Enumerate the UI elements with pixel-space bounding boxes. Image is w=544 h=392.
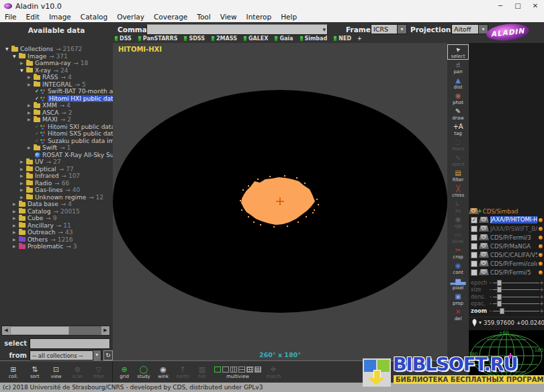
scrollbar-track[interactable] xyxy=(10,326,101,335)
menu-image[interactable]: Image xyxy=(44,12,76,22)
cont-tool-button[interactable]: ◉cont xyxy=(447,260,469,276)
expand-arrow-icon[interactable]: ▶ xyxy=(28,116,34,124)
command-input[interactable] xyxy=(147,25,321,34)
menu-tool[interactable]: Tool xyxy=(192,12,215,22)
prop-tool-button[interactable]: ▣prop xyxy=(447,291,469,307)
expand-arrow-icon[interactable]: ▶ xyxy=(20,158,26,166)
tree-item-uv[interactable]: ▶UV→ 27 xyxy=(0,158,113,166)
select-tool-button[interactable]: ➤select xyxy=(447,44,469,60)
expand-arrow-icon[interactable]: ▶ xyxy=(20,173,26,180)
expand-arrow-icon[interactable]: ▶ xyxy=(13,243,19,250)
tree-item-suzaku-public-data-image[interactable]: ✓Suzaku public data image xyxy=(0,138,113,145)
collapse-arrow-icon[interactable]: ▼ xyxy=(5,46,11,53)
multiview-layout-5-icon[interactable] xyxy=(246,366,253,373)
stack-layer-cds-p-fermi-3[interactable]: CDS/P/Fermi/3 xyxy=(469,233,544,242)
cross-tool-button[interactable]: ╳cross xyxy=(447,183,469,199)
tree-item-gas-lines[interactable]: ▶Gas-lines→ 40 xyxy=(0,187,113,194)
menu-catalog[interactable]: Catalog xyxy=(76,12,112,22)
wink-button[interactable]: ◉wink xyxy=(156,365,171,379)
layer-checkbox[interactable] xyxy=(471,226,478,232)
stack-layer-cds-c-califa-v500[interactable]: CDS/C/CALIFA/V500 xyxy=(469,250,544,259)
menu-coverage[interactable]: Coverage xyxy=(149,12,192,22)
slider-minus-icon[interactable]: - xyxy=(488,280,493,286)
survey-button-sdss[interactable]: SDSS xyxy=(183,36,205,42)
stack-layer-cds-p-manga[interactable]: CDS/P/MaNGA xyxy=(469,242,544,250)
multiview-layout-1-icon[interactable] xyxy=(214,366,221,373)
survey-button-ned[interactable]: NED xyxy=(333,36,351,42)
tree-item-image[interactable]: ▼Image→ 371 xyxy=(0,53,113,60)
tree-item-catalog[interactable]: ▶Catalog→ 20015 xyxy=(0,208,113,215)
stack-layer-jaxa-p-hitomi-hxi[interactable]: ✓JAXA/P/HITOMI-HXI xyxy=(469,215,544,224)
grid-button[interactable]: ⊕grid xyxy=(117,365,132,379)
slider-thumb[interactable] xyxy=(500,308,504,314)
tree-horizontal-scrollbar[interactable]: ◀ ▶ xyxy=(1,326,110,336)
mocs-tool-button[interactable]: ◌mocs xyxy=(447,137,469,152)
expand-arrow-icon[interactable]: ▶ xyxy=(28,74,34,81)
tree-item-gamma-ray[interactable]: ▶Gamma-ray→ 18 xyxy=(0,60,113,67)
survey-button-gaia[interactable]: Gaia xyxy=(274,36,293,42)
slider-thumb[interactable] xyxy=(497,301,502,307)
filter-tool-button[interactable]: ▤filter xyxy=(447,168,469,183)
tree-item-swift[interactable]: ▶Swift→ 1 xyxy=(0,144,113,152)
study-button[interactable]: ◯study xyxy=(136,365,151,379)
expand-arrow-icon[interactable]: ▶ xyxy=(13,236,19,244)
expand-arrow-icon[interactable]: ▶ xyxy=(13,215,19,222)
layer-checkbox[interactable] xyxy=(471,260,478,267)
layer-checkbox[interactable] xyxy=(471,252,478,258)
from-collections-select[interactable]: -- all collections -- xyxy=(30,350,93,360)
tree-item-hitomi-sxs-public-data-image[interactable]: ✓Hitomi SXS public data image xyxy=(0,130,113,138)
tree-item-integral[interactable]: ▶INTEGRAL→ 5 xyxy=(0,81,113,89)
slider-track[interactable] xyxy=(493,303,539,304)
menu-edit[interactable]: Edit xyxy=(21,12,44,22)
hitomi-coverage-blob[interactable] xyxy=(240,175,320,228)
survey-button-simbad[interactable]: Simbad xyxy=(300,36,328,42)
expand-arrow-icon[interactable]: ▶ xyxy=(13,229,19,236)
tree-item-asca[interactable]: ▶ASCA→ 2 xyxy=(0,109,113,117)
tree-item-problematic[interactable]: ▶Problematic→ 3 xyxy=(0,243,113,250)
expand-arrow-icon[interactable]: ▶ xyxy=(13,208,19,215)
slider-plus-icon[interactable]: + xyxy=(539,280,544,286)
tree-item-rosat-x-ray-all-sky-survey[interactable]: ROSAT X-Ray All-Sky Survey xyxy=(0,152,113,159)
maximize-button[interactable]: □ xyxy=(509,0,527,12)
layer-checkbox[interactable] xyxy=(471,243,478,250)
collapse-arrow-icon[interactable]: ▼ xyxy=(20,67,26,75)
refresh-icon[interactable]: ↻ xyxy=(103,350,113,360)
sky-view[interactable]: HITOMI-HXI 260° x 180° xyxy=(113,43,447,360)
view-button[interactable]: ⊡view xyxy=(48,365,63,379)
tree-item-cube[interactable]: ▶Cube→ 9 xyxy=(0,215,113,222)
expand-arrow-icon[interactable]: ▶ xyxy=(13,222,19,230)
slider-plus-icon[interactable]: + xyxy=(539,294,544,300)
expand-arrow-icon[interactable]: ▶ xyxy=(28,144,34,152)
slider-minus-icon[interactable]: - xyxy=(488,287,493,293)
tree-item-xmm[interactable]: ▶XMM→ 4 xyxy=(0,102,113,109)
survey-button-galex[interactable]: GALEX xyxy=(243,36,269,42)
slider-thumb[interactable] xyxy=(497,294,502,300)
expand-arrow-icon[interactable]: ▶ xyxy=(28,102,34,109)
multiview-button[interactable]: multiview xyxy=(214,365,261,379)
crop-tool-button[interactable]: ✂crop xyxy=(447,245,469,260)
slider-plus-icon[interactable]: + xyxy=(539,308,544,314)
command-dropdown-icon[interactable]: ▾ xyxy=(321,26,327,33)
slider-track[interactable] xyxy=(493,283,539,283)
layer-checkbox[interactable] xyxy=(471,234,478,241)
match-button[interactable]: ✛match xyxy=(266,365,281,379)
multiview-layout-3-icon[interactable] xyxy=(230,366,237,373)
tree-item-others[interactable]: ▶Others→ 1216 xyxy=(0,236,113,244)
multiview-layout-6-icon[interactable] xyxy=(255,366,261,373)
frame-dropdown-icon[interactable]: ▾ xyxy=(398,24,407,34)
tree-item-rass[interactable]: ▶RASS→ 4 xyxy=(0,74,113,81)
tree-item-hitomi-hxi-public-data-image[interactable]: ✓Hitomi HXI public data image xyxy=(0,95,113,103)
scroll-left-icon[interactable]: ◀ xyxy=(2,326,10,335)
survey-button-dss[interactable]: DSS xyxy=(114,36,132,42)
location-dropdown-icon[interactable]: ▾ xyxy=(479,320,482,326)
scroll-right-icon[interactable]: ▶ xyxy=(101,326,109,335)
survey-button-2mass[interactable]: 2MASS xyxy=(211,36,237,42)
projection-select[interactable]: Aitoff ▾ xyxy=(451,24,488,34)
expand-arrow-icon[interactable]: ▶ xyxy=(13,201,19,208)
stack-layer-cds-p-fermi-color[interactable]: CDS/P/Fermi/color xyxy=(469,259,544,268)
stack-layer-cds-p-fermi-5[interactable]: CDS/P/Fermi/5 xyxy=(469,268,544,277)
xy-tool-button[interactable]: ∟xy xyxy=(447,199,469,214)
tree-item-radio[interactable]: ▶Radio→ 66 xyxy=(0,180,113,187)
draw-tool-button[interactable]: ✎draw xyxy=(447,106,469,121)
del-tool-button[interactable]: ✕del xyxy=(447,307,469,322)
